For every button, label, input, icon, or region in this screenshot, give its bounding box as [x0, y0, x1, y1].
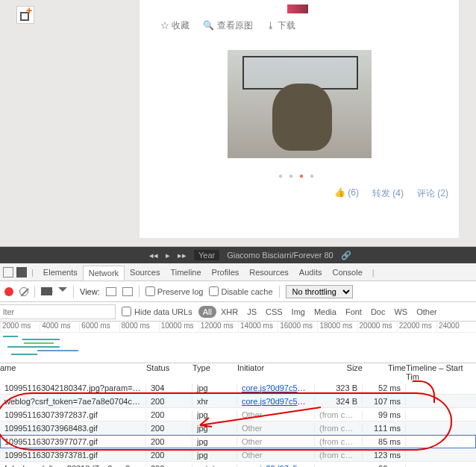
view-original-button[interactable]: 🔍 查看原图 — [203, 19, 252, 32]
filter-type-js[interactable]: JS — [242, 306, 261, 318]
preserve-log-checkbox[interactable]: Preserve log — [145, 286, 204, 296]
timeline-tick: 24000 — [436, 322, 476, 332]
filter-type-other[interactable]: Other — [412, 306, 442, 318]
timeline-overview[interactable]: 2000 ms4000 ms6000 ms8000 ms10000 ms1200… — [0, 322, 476, 363]
cell: 99 ms — [363, 410, 406, 419]
col-name[interactable]: ame — [0, 363, 146, 381]
comment-button[interactable]: 评论 (2) — [417, 187, 448, 200]
cell: (from cach… — [315, 410, 363, 419]
post-tools: ☆ 收藏 🔍 查看原图 ⭳ 下载 — [160, 19, 448, 32]
cell-initiator[interactable]: core.js?0d97c537a3… — [237, 383, 315, 392]
col-size[interactable]: Size — [315, 363, 363, 381]
filter-type-ws[interactable]: WS — [389, 306, 412, 318]
cell: 52 ms — [363, 383, 406, 392]
tab-network[interactable]: Network — [83, 266, 125, 280]
avatar — [287, 4, 308, 13]
devtools-tabs: | ElementsNetworkSourcesTimelineProfiles… — [0, 263, 476, 281]
timeline-tick: 18000 ms — [317, 322, 357, 332]
filter-type-media[interactable]: Media — [310, 306, 341, 318]
next-track-icon[interactable]: ▸▸ — [178, 251, 187, 260]
new-tab-button[interactable]: + — [16, 6, 34, 24]
table-row[interactable]: 109951163073972837.gif200jpgOther(from c… — [0, 408, 476, 421]
table-row[interactable]: 109951163042180347.jpg?param=338y…304jpg… — [0, 381, 476, 395]
inspect-icon[interactable] — [3, 267, 13, 278]
cell: (from cach… — [315, 437, 363, 446]
dot[interactable]: ● — [310, 172, 320, 180]
table-row[interactable]: 109951163073973781.gif200jpgOther(from c… — [0, 448, 476, 462]
throttling-select[interactable]: No throttling — [286, 285, 353, 298]
filter-type-font[interactable]: Font — [341, 306, 366, 318]
cell-initiator[interactable]: core.js?0d97c537a3… — [237, 464, 315, 468]
screenshot-button[interactable] — [41, 287, 52, 295]
cell-initiator: Other — [237, 451, 315, 460]
link-icon[interactable]: 🔗 — [341, 251, 351, 260]
play-icon[interactable]: ▸ — [166, 251, 170, 260]
timeline-tick: 22000 ms — [397, 322, 436, 332]
webpage-area: + ☆ 收藏 🔍 查看原图 ⭳ 下载 ●●●● 👍 (6) 转发 (4) 评论 … — [0, 0, 476, 246]
clear-button[interactable] — [19, 287, 28, 296]
col-initiator[interactable]: Initiator — [237, 363, 315, 381]
filter-input[interactable] — [0, 304, 116, 319]
timeline-tick: 6000 ms — [79, 322, 119, 332]
filter-type-doc[interactable]: Doc — [366, 306, 390, 318]
tab-resources[interactable]: Resources — [244, 266, 294, 279]
col-status[interactable]: Status — [146, 363, 192, 381]
table-row[interactable]: 109951163073968483.gif200jpgOther(from c… — [0, 421, 476, 435]
favorite-button[interactable]: ☆ 收藏 — [160, 19, 190, 32]
like-button[interactable]: 👍 (6) — [334, 187, 359, 200]
network-grid-body: 109951163042180347.jpg?param=338y…304jpg… — [0, 381, 476, 467]
tab-elements[interactable]: Elements — [38, 266, 83, 279]
cell-initiator[interactable]: core.js?0d97c537a3… — [237, 397, 315, 406]
col-timeline[interactable]: Timeline – Start Tim — [406, 363, 476, 381]
timeline-ticks: 2000 ms4000 ms6000 ms8000 ms10000 ms1200… — [0, 322, 476, 333]
cell: jpg — [192, 383, 237, 392]
timeline-tick: 16000 ms — [278, 322, 317, 332]
cell: 111 ms — [363, 424, 406, 433]
cell: 323 B — [315, 383, 363, 392]
carousel-dots[interactable]: ●●●● — [150, 172, 448, 180]
table-row[interactable]: weblog?csrf_token=7ae7a8e0704c60b…200xhr… — [0, 395, 476, 408]
tab-profiles[interactable]: Profiles — [207, 266, 245, 279]
filter-type-css[interactable]: CSS — [261, 306, 287, 318]
year-badge: Year — [194, 250, 219, 260]
device-icon[interactable] — [16, 267, 27, 278]
cell-initiator: Other — [237, 410, 315, 419]
table-row[interactable]: frd_show_left.cur?3318d7ac3eca011049…200… — [0, 462, 476, 467]
prev-track-icon[interactable]: ◂◂ — [149, 251, 158, 260]
disable-cache-checkbox[interactable]: Disable cache — [209, 286, 272, 296]
gif-preview[interactable] — [228, 50, 372, 158]
record-button[interactable] — [4, 287, 13, 296]
table-row[interactable]: 109951163073977077.gif200jpgOther(from c… — [0, 435, 476, 448]
tab-console[interactable]: Console — [327, 266, 367, 279]
cell: 60 ms — [363, 464, 406, 468]
filter-type-img[interactable]: Img — [287, 306, 310, 318]
cell: xhr — [192, 397, 237, 406]
timeline-tick: 10000 ms — [159, 322, 198, 332]
timeline-tick: 2000 ms — [0, 322, 40, 332]
col-type[interactable]: Type — [192, 363, 237, 381]
dot-active[interactable]: ● — [299, 172, 310, 180]
hide-data-urls-checkbox[interactable]: Hide data URLs — [122, 307, 192, 316]
filter-toggle-icon[interactable] — [58, 287, 67, 296]
view-large-icon[interactable] — [106, 287, 116, 296]
timeline-bars — [0, 333, 476, 363]
col-time[interactable]: Time — [363, 363, 406, 381]
filter-type-all[interactable]: All — [198, 306, 216, 318]
dot[interactable]: ● — [278, 172, 289, 180]
filter-type-xhr[interactable]: XHR — [216, 306, 242, 318]
dot[interactable]: ● — [289, 172, 299, 180]
cell: 200 — [146, 464, 192, 468]
view-label: View: — [80, 287, 100, 296]
timeline-tick: 4000 ms — [40, 322, 79, 332]
plus-icon: + — [26, 4, 32, 16]
tab-sources[interactable]: Sources — [125, 266, 165, 279]
download-button[interactable]: ⭳ 下载 — [266, 19, 295, 32]
forward-button[interactable]: 转发 (4) — [372, 187, 404, 200]
post-card: ☆ 收藏 🔍 查看原图 ⭳ 下载 ●●●● 👍 (6) 转发 (4) 评论 (2… — [139, 0, 460, 239]
view-small-icon[interactable] — [122, 287, 133, 296]
track-title: Giacomo Bisciarri/Forever 80 — [227, 251, 333, 260]
tab-timeline[interactable]: Timeline — [165, 266, 206, 279]
cell: 85 ms — [363, 437, 406, 446]
tab-audits[interactable]: Audits — [294, 266, 328, 279]
cell: 109951163073977077.gif — [0, 437, 146, 446]
